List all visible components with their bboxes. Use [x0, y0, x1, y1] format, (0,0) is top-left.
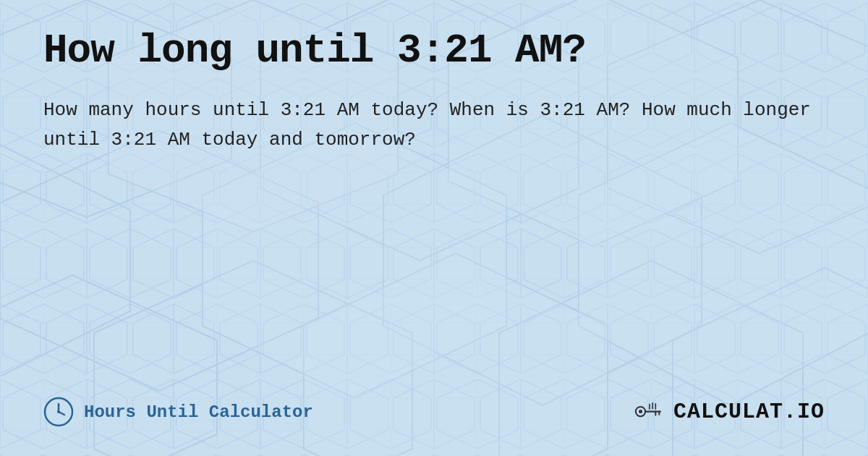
footer-logo-right: CALCULAT.IO	[631, 397, 825, 426]
svg-point-30	[57, 410, 60, 413]
clock-icon	[43, 397, 74, 427]
page-title: How long until 3:21 AM?	[43, 29, 825, 74]
calculat-icon	[631, 397, 668, 426]
page-footer: Hours Until Calculator CALCULAT.IO	[43, 397, 825, 434]
logo-text: CALCULAT.IO	[673, 400, 825, 424]
svg-point-32	[639, 410, 642, 413]
page-description: How many hours until 3:21 AM today? When…	[43, 96, 825, 156]
footer-left-label: Hours Until Calculator	[84, 402, 313, 422]
footer-branding-left: Hours Until Calculator	[43, 397, 313, 427]
